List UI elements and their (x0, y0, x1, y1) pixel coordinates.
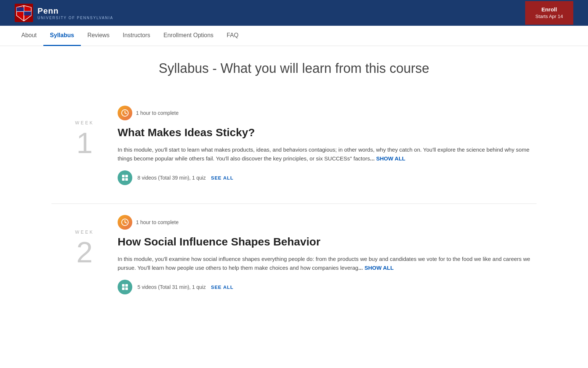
svg-rect-12 (125, 175, 128, 177)
nav-item-reviews[interactable]: Reviews (81, 26, 116, 46)
nav-item-enrollment[interactable]: Enrollment Options (157, 26, 220, 46)
week-2-meta: 5 videos (Total 31 min), 1 quiz SEE ALL (118, 280, 537, 294)
week-1-label: WEEK 1 (51, 106, 118, 185)
week-2-time-text: 1 hour to complete (136, 219, 179, 225)
week-2-show-all[interactable]: SHOW ALL (365, 265, 394, 271)
week-2-time-badge: 1 hour to complete (118, 215, 537, 230)
svg-rect-20 (122, 287, 125, 290)
svg-rect-6 (17, 7, 24, 11)
week-1-number: 1 (76, 128, 93, 158)
top-header: Penn University of Pennsylvania Enroll S… (0, 0, 588, 26)
svg-line-17 (125, 222, 126, 223)
logo-area: Penn University of Pennsylvania (15, 4, 113, 22)
week-1-meta: 8 videos (Total 39 min), 1 quiz SEE ALL (118, 170, 537, 185)
week-1-time-text: 1 hour to complete (136, 110, 179, 116)
clock-icon-2 (118, 215, 132, 230)
page-title: Syllabus - What you will learn from this… (51, 61, 537, 76)
week-2-number: 2 (76, 238, 93, 267)
clock-icon-1 (118, 106, 132, 120)
week-1-description: In this module, you'll start to learn wh… (118, 145, 537, 163)
video-icon-2 (118, 280, 132, 294)
svg-rect-19 (125, 284, 128, 287)
week-1-content: 1 hour to complete What Makes Ideas Stic… (118, 106, 537, 185)
week-1-title: What Makes Ideas Sticky? (118, 126, 537, 139)
svg-rect-11 (122, 175, 125, 177)
nav-item-faq[interactable]: FAQ (220, 26, 245, 46)
nav-bar: About Syllabus Reviews Instructors Enrol… (0, 26, 588, 46)
svg-line-10 (125, 113, 126, 114)
nav-item-syllabus[interactable]: Syllabus (43, 26, 81, 46)
svg-rect-13 (122, 178, 125, 181)
week-2-meta-text: 5 videos (Total 31 min), 1 quiz (137, 284, 206, 290)
week-2-title: How Social Influence Shapes Behavior (118, 236, 537, 248)
svg-rect-21 (125, 287, 128, 290)
svg-rect-18 (122, 284, 125, 287)
nav-item-instructors[interactable]: Instructors (116, 26, 157, 46)
logo-name: Penn (37, 6, 113, 16)
main-content: Syllabus - What you will learn from this… (37, 46, 551, 328)
week-1-time-badge: 1 hour to complete (118, 106, 537, 120)
logo-text-area: Penn University of Pennsylvania (37, 6, 113, 20)
penn-shield-icon (15, 4, 33, 22)
week-2-label: WEEK 2 (51, 215, 118, 294)
week-1-show-all[interactable]: SHOW ALL (376, 155, 405, 162)
week-1-text: WEEK (75, 120, 94, 125)
week-2-content: 1 hour to complete How Social Influence … (118, 215, 537, 294)
week-1-meta-text: 8 videos (Total 39 min), 1 quiz (137, 175, 206, 181)
week-2-text: WEEK (75, 230, 94, 235)
logo-subname: University of Pennsylvania (37, 16, 113, 20)
week-2-section: WEEK 2 1 hour to complete How Social Inf… (51, 204, 537, 313)
week-1-section: WEEK 1 1 hour to complete What Makes Ide… (51, 95, 537, 204)
week-1-see-all[interactable]: SEE ALL (211, 175, 233, 181)
nav-item-about[interactable]: About (15, 26, 43, 46)
video-icon-1 (118, 170, 132, 185)
week-2-description: In this module, you'll examine how socia… (118, 255, 537, 272)
enroll-button[interactable]: Enroll Starts Apr 14 (525, 1, 573, 24)
svg-rect-7 (24, 11, 31, 15)
week-2-see-all[interactable]: SEE ALL (211, 284, 233, 290)
svg-rect-14 (125, 178, 128, 181)
